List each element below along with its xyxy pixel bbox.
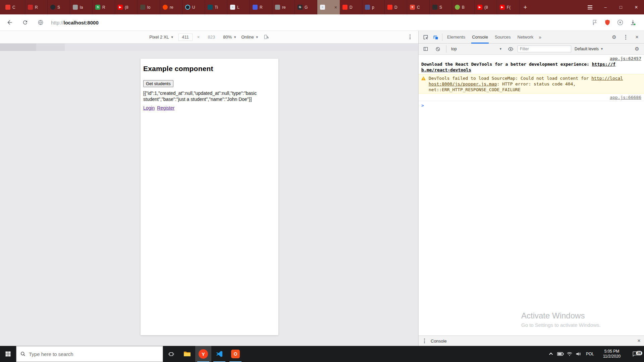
browser-tab[interactable]: lo [138,0,160,14]
taskbar-clock[interactable]: 5:05 PM 11/2/2020 [597,349,627,359]
browser-tab[interactable]: la [70,0,93,14]
device-width-input[interactable]: 411 [178,34,193,41]
device-height-input[interactable]: 823 [204,34,218,41]
assistant-extension-button[interactable] [616,19,624,26]
devtools-settings-button[interactable]: ⚙ [609,32,619,42]
devtools-close-button[interactable]: × [632,32,642,42]
browser-tab[interactable]: D [385,0,407,14]
log-levels-select[interactable]: Default levels▼ [573,47,605,51]
tab-title: C [417,5,420,10]
console-prompt[interactable]: > [419,101,644,110]
drawer-close-button[interactable]: × [637,338,641,344]
browser-tab[interactable]: Ti [205,0,227,14]
console-settings-button[interactable]: ⚙ [632,44,642,54]
tab-title: R [102,5,105,10]
window-minimize-button[interactable]: – [598,0,613,14]
inspect-cursor-icon [423,34,429,40]
device-toolbar-toggle-button[interactable] [431,32,441,42]
browser-tab-active[interactable]: ≡× [317,0,340,14]
language-indicator[interactable]: POL [583,352,597,356]
browser-tab[interactable]: re [272,0,295,14]
battery-icon [557,352,564,356]
tab-favicon: ▶ [477,5,482,10]
execution-context-select[interactable]: top▼ [450,47,503,51]
window-maximize-button[interactable]: □ [613,0,629,14]
tab-title: L [237,5,239,10]
taskbar-search-input[interactable] [29,351,159,357]
register-link[interactable]: Register [157,105,174,111]
reload-button[interactable] [19,17,31,28]
browser-tab[interactable]: S [430,0,452,14]
sourcemap-link[interactable]: http://local [591,76,623,81]
browser-tab[interactable]: ▶(8 [115,0,138,14]
battery-button[interactable] [556,346,565,362]
drawer-menu-button[interactable] [422,339,427,343]
browser-tab[interactable]: p [362,0,385,14]
tab-close-icon[interactable]: × [334,5,337,10]
file-explorer-button[interactable] [179,346,195,362]
volume-button[interactable] [574,346,583,362]
drawer-console-tab[interactable]: Console [431,339,447,344]
tab-console[interactable]: Console [469,31,491,44]
live-expression-button[interactable] [505,44,516,54]
site-info-button[interactable] [35,17,46,28]
throttling-select[interactable]: Online▼ [241,35,259,40]
browser-tab[interactable]: R [25,0,48,14]
more-tabs-button[interactable]: » [537,35,543,40]
device-select[interactable]: Pixel 2 XL▼ [149,35,173,40]
vscode-button[interactable] [211,346,227,362]
tab-sources[interactable]: Sources [491,31,514,44]
browser-tab[interactable]: B [452,0,475,14]
tab-favicon [253,5,258,10]
console-filter-input[interactable] [518,46,571,52]
tab-network[interactable]: Network [514,31,537,44]
clear-console-button[interactable] [433,44,443,54]
browser-menu-button[interactable] [582,0,598,14]
browser-tab[interactable]: ≡L [227,0,250,14]
window-close-button[interactable]: × [629,0,644,14]
browser-tab-strip: CRSlaSR▶(8loreUTi≡LRreGG≡×DpD♥CSB▶(8▶F( … [0,0,644,14]
browser-tab[interactable]: ▶(8 [475,0,497,14]
react-devtools-link[interactable]: b.me/react-devtools [421,67,471,72]
back-button[interactable] [4,17,15,28]
browser-tab[interactable]: GG [295,0,317,14]
tab-title: S [57,5,60,10]
browser-tab[interactable]: C [3,0,25,14]
start-button[interactable] [0,346,16,362]
react-devtools-link[interactable]: https://f [592,62,615,67]
downloads-button[interactable] [629,19,637,26]
browser-tab[interactable]: ▶F( [497,0,520,14]
browser-tab[interactable]: D [340,0,362,14]
new-tab-button[interactable]: + [520,0,531,14]
sourcemap-link[interactable]: host:8000/js/popper.js.map [429,81,497,86]
console-sidebar-toggle-button[interactable] [421,44,431,54]
browser-tab[interactable]: re [160,0,182,14]
separator [446,45,446,53]
zoom-select[interactable]: 80%▼ [223,35,236,40]
tab-elements[interactable]: Elements [444,31,469,44]
devtools-menu-button[interactable] [621,32,631,42]
url-text[interactable]: http://localhost:8000 [51,20,99,25]
browser-tab[interactable]: SR [93,0,115,14]
device-toolbar-menu-button[interactable] [408,35,412,39]
login-link[interactable]: Login [143,105,155,111]
source-link[interactable]: app.js:66686 [610,95,641,100]
browser-tab[interactable]: S [48,0,70,14]
hidden-icons-button[interactable] [547,346,556,362]
orange-app-button[interactable] [227,346,244,362]
action-center-button[interactable]: 28 [627,351,644,357]
task-view-button[interactable] [163,346,179,362]
yandex-browser-button[interactable]: Y [195,346,211,362]
bookmark-flag-button[interactable] [591,19,598,26]
get-students-button[interactable]: Get students [143,80,173,87]
rotate-button[interactable] [263,34,269,40]
browser-tab[interactable]: U [182,0,205,14]
source-link[interactable]: app.js:62457 [610,56,641,61]
browser-tab[interactable]: ♥C [407,0,430,14]
adblock-extension-button[interactable] [604,19,611,26]
browser-tab[interactable]: R [250,0,272,14]
network-button[interactable] [565,346,574,362]
taskbar-search[interactable] [16,346,163,362]
address-bar-actions [591,19,644,26]
inspect-element-button[interactable] [421,32,431,42]
